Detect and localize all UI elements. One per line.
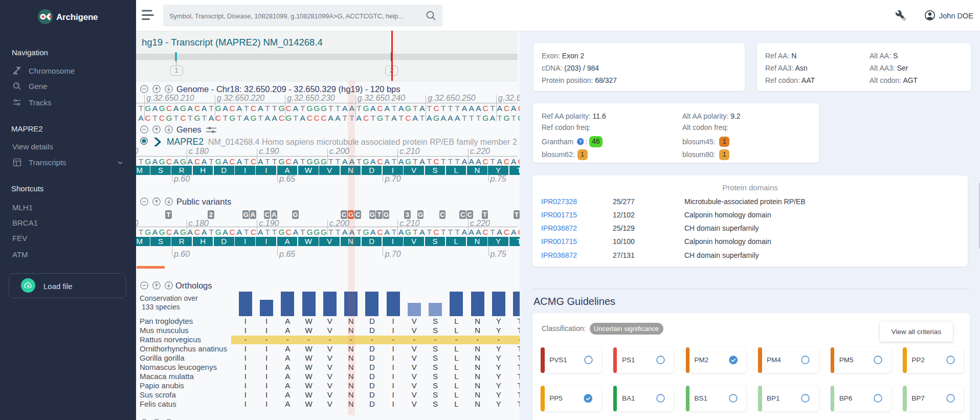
svg-text:?: ?	[579, 139, 582, 144]
